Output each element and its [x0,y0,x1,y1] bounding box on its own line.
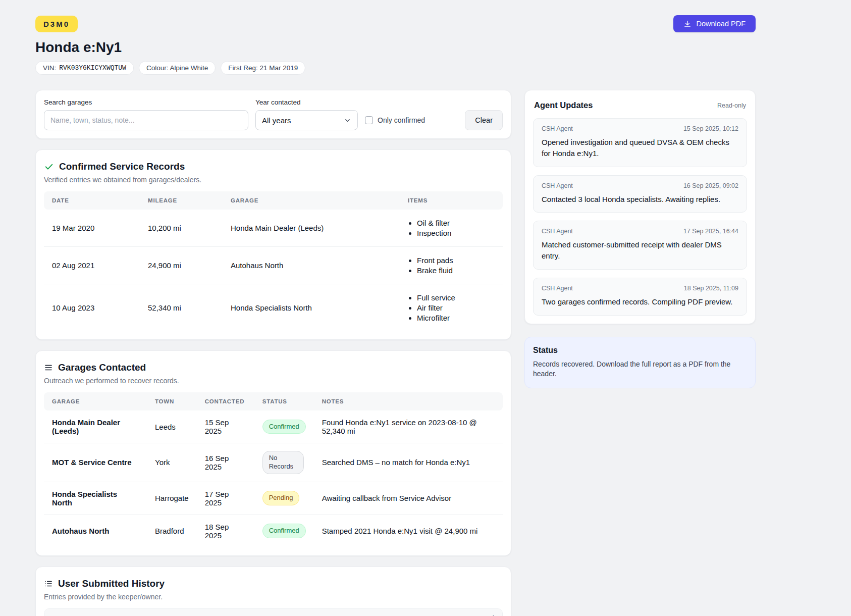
garage-notes: Awaiting callback from Service Advisor [314,482,503,515]
garage-contacted: 18 Sep 2025 [197,515,254,547]
record-items: Oil & filterInspection [408,219,495,237]
record-items: Front padsBrake fluid [408,256,495,275]
garage-row: MOT & Service Centre York 16 Sep 2025 No… [44,443,503,482]
agent-update-item: CSH Agent 17 Sep 2025, 16:44 Matched cus… [533,221,747,270]
col-notes: Notes [314,392,503,410]
vin-value: RVK03Y6KICYXWQTUW [59,64,126,72]
year-contacted-label: Year contacted [255,98,358,106]
record-items: Full serviceAir filterMicrofilter [408,293,495,322]
record-date: 02 Aug 2021 [44,247,140,284]
garage-row: Honda Specialists North Harrogate 17 Sep… [44,482,503,515]
list-icon [44,579,53,588]
service-record-row: 10 Aug 2023 52,340 mi Honda Specialists … [44,284,503,332]
agent-update-item: CSH Agent 15 Sep 2025, 10:12 Opened inve… [533,118,747,167]
agent-updates-card: Agent Updates Read-only CSH Agent 15 Sep… [524,90,756,324]
year-contacted-select[interactable]: All years [255,110,358,130]
col-status: Status [254,392,314,410]
status-badge: No Records [262,451,304,474]
confirmed-records-table: Date Mileage Garage Items 19 Mar 2020 10… [44,191,503,331]
record-item: Air filter [417,303,495,312]
garages-contacted-subtitle: Outreach we performed to recover records… [44,377,503,385]
agent-updates-title: Agent Updates [534,100,593,110]
only-confirmed-label: Only confirmed [378,116,425,124]
agent-name: CSH Agent [542,228,573,235]
agent-name: CSH Agent [542,285,573,292]
vin-label: VIN: [43,64,56,72]
record-garage: Honda Main Dealer (Leeds) [223,210,400,247]
status-badge: Confirmed [262,420,306,434]
agent-timestamp: 18 Sep 2025, 11:09 [684,285,738,292]
top-bar: D3M0 Download PDF [35,15,756,32]
record-item: Brake fluid [417,266,495,275]
filter-card: Search garages Year contacted All years … [35,90,511,139]
garage-notes: Stamped 2021 Honda e:Ny1 visit @ 24,900 … [314,515,503,547]
record-mileage: 24,900 mi [140,247,223,284]
agent-message: Matched customer-submitted receipt with … [542,239,738,262]
vehicle-chips: VIN: RVK03Y6KICYXWQTUW Colour: Alpine Wh… [35,61,756,75]
garage-contacted: 17 Sep 2025 [197,482,254,515]
agent-message: Two garages confirmed records. Compiling… [542,296,738,307]
agent-timestamp: 16 Sep 2025, 09:02 [683,182,738,189]
record-item: Inspection [417,229,495,237]
agent-message: Opened investigation and queued DVSA & O… [542,137,738,159]
confirmed-records-card: Confirmed Service Records Verified entri… [35,149,511,340]
agent-message: Contacted 3 local Honda specialists. Awa… [542,194,738,205]
garages-contacted-title: Garages Contacted [58,362,146,373]
record-item: Microfilter [417,314,495,322]
garage-name: Honda Main Dealer (Leeds) [44,410,147,443]
col-town: Town [147,392,197,410]
download-icon [683,20,692,28]
record-mileage: 52,340 mi [140,284,223,332]
chevron-down-icon [344,117,351,124]
col-date: Date [44,191,140,210]
year-field: Year contacted All years [255,98,358,130]
agent-timestamp: 15 Sep 2025, 10:12 [683,125,738,132]
col-garage: Garage [44,392,147,410]
record-garage: Autohaus North [223,247,400,284]
status-title: Status [533,346,747,355]
col-items: Items [400,191,503,210]
page-container: D3M0 Download PDF Honda e:Ny1 VIN: RVK03… [35,0,756,616]
status-message: Records recovered. Download the full rep… [533,360,747,379]
readonly-label: Read-only [717,102,746,109]
garage-town: Harrogate [147,482,197,515]
history-entry: 12 Sep 2020 15,800 mi Oil & filter at ho… [44,608,503,616]
col-garage: Garage [223,191,400,210]
agent-timestamp: 17 Sep 2025, 16:44 [683,228,738,235]
download-pdf-label: Download PDF [696,20,746,28]
service-record-row: 02 Aug 2021 24,900 mi Autohaus North Fro… [44,247,503,284]
record-item: Front pads [417,256,495,265]
garage-name: Honda Specialists North [44,482,147,515]
garage-notes: Searched DMS – no match for Honda e:Ny1 [314,443,503,482]
garage-contacted: 15 Sep 2025 [197,410,254,443]
garage-name: MOT & Service Centre [44,443,147,482]
record-item: Full service [417,293,495,302]
garage-row: Autohaus North Bradford 18 Sep 2025 Conf… [44,515,503,547]
status-panel: Status Records recovered. Download the f… [524,337,756,388]
col-contacted: Contacted [197,392,254,410]
garages-contacted-card: Garages Contacted Outreach we performed … [35,350,511,556]
demo-badge: D3M0 [35,16,78,32]
garage-town: Bradford [147,515,197,547]
clear-button[interactable]: Clear [465,110,503,130]
year-contacted-value: All years [262,116,291,125]
garage-town: York [147,443,197,482]
garages-contacted-table: Garage Town Contacted Status Notes Honda… [44,392,503,547]
garage-contacted: 16 Sep 2025 [197,443,254,482]
search-garages-input[interactable] [44,110,248,130]
record-garage: Honda Specialists North [223,284,400,332]
agent-name: CSH Agent [542,125,573,132]
user-history-card: User Submitted History Entries provided … [35,567,511,616]
vin-chip: VIN: RVK03Y6KICYXWQTUW [35,61,134,75]
confirmed-records-subtitle: Verified entries we obtained from garage… [44,176,503,184]
only-confirmed-checkbox[interactable]: Only confirmed [365,110,425,130]
user-history-subtitle: Entries provided by the keeper/owner. [44,593,503,601]
status-badge: Confirmed [262,524,306,538]
download-pdf-button[interactable]: Download PDF [673,15,756,32]
colour-chip: Colour: Alpine White [139,61,216,75]
confirmed-records-title: Confirmed Service Records [59,161,185,172]
checkbox-box[interactable] [365,116,373,124]
garage-row: Honda Main Dealer (Leeds) Leeds 15 Sep 2… [44,410,503,443]
record-date: 19 Mar 2020 [44,210,140,247]
col-mileage: Mileage [140,191,223,210]
